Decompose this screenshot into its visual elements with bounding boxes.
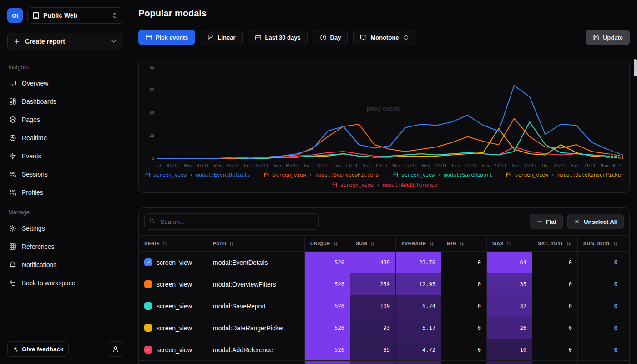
average-cell: 5.74 xyxy=(395,295,441,317)
column-header-serie[interactable]: SERIE xyxy=(139,235,207,252)
legend-item-modal-daterangerpicker[interactable]: screen_view›modal:DateRangerPicker xyxy=(506,172,624,178)
legend-item-modal-eventdetails[interactable]: screen_view›modal:EventDetails xyxy=(144,172,250,178)
y-tick-label: 0 xyxy=(152,156,154,161)
sidebar-item-sessions[interactable]: Sessions xyxy=(7,165,123,183)
search-input[interactable] xyxy=(144,213,319,230)
section-label-insights: Insights xyxy=(8,64,123,71)
serie-label: screen_view xyxy=(157,281,192,288)
column-header-average[interactable]: AVERAGE xyxy=(395,235,441,252)
sidebar-item-dashboards[interactable]: Dashboards xyxy=(7,92,123,111)
sidebar-item-pages[interactable]: Pages xyxy=(7,111,123,129)
sidebar-item-settings[interactable]: Settings xyxy=(7,219,123,238)
sidebar-item-back-to-workspace[interactable]: Back to workspace xyxy=(7,274,123,292)
legend-item-modal-addreference[interactable]: screen_view›modal:AddReference xyxy=(331,182,437,188)
path-cell: modal:EventDetails xyxy=(207,252,304,273)
partial-cell xyxy=(623,339,630,361)
x-axis: at, 01/11Mon, 03/11Wed, 05/11Fri, 07/11S… xyxy=(145,163,623,168)
legend-item-modal-overviewfilters[interactable]: screen_view›modal:OverviewFilters xyxy=(264,172,379,178)
sidebar-item-label: Overview xyxy=(22,80,48,87)
date-range-button[interactable]: Last 30 days xyxy=(248,30,308,45)
unselect-all-button[interactable]: Unselect All xyxy=(567,214,624,229)
legend-event: screen_view xyxy=(401,172,435,178)
sidebar-footer: Give feedback xyxy=(7,341,123,357)
column-header-min[interactable]: MIN xyxy=(441,235,486,252)
column-header-path[interactable]: PATH xyxy=(207,235,304,252)
sidebar-item-overview[interactable]: Overview xyxy=(7,74,123,92)
row-checkbox[interactable] xyxy=(144,324,152,332)
row-checkbox[interactable] xyxy=(144,302,152,310)
legend-event: screen_view xyxy=(273,172,306,178)
sidebar-item-events[interactable]: Events xyxy=(7,147,123,165)
path-cell: modal:AddReference xyxy=(207,339,304,361)
series-line-screen-view-modal-savereport xyxy=(607,156,623,157)
x-tick-label: Sun, 23/11 xyxy=(482,163,506,168)
sidebar-item-references[interactable]: References xyxy=(7,238,123,256)
activity-icon xyxy=(9,134,16,142)
column-label: SERIE xyxy=(144,241,160,246)
sidebar-item-profiles[interactable]: Profiles xyxy=(7,183,123,202)
sat-cell: 0 xyxy=(532,339,577,361)
app-window-icon xyxy=(145,34,152,41)
x-tick-label: Mon, 01/1 xyxy=(601,163,623,168)
chart-type-button[interactable]: Linear xyxy=(201,30,243,45)
sun-cell: 0 xyxy=(577,295,623,317)
serie-cell: screen_view xyxy=(139,273,207,295)
path-cell: modal:SaveReport xyxy=(207,295,304,317)
min-cell: 0 xyxy=(441,273,486,295)
partial-row-cell xyxy=(532,361,577,364)
sidebar-item-notifications[interactable]: Notifications xyxy=(7,256,123,274)
column-header-max[interactable]: MAX xyxy=(486,235,532,252)
max-cell: 32 xyxy=(486,295,532,317)
layers-icon xyxy=(9,116,16,123)
search-icon xyxy=(149,218,155,224)
column-header-sun-02-11[interactable]: SUN, 02/11 xyxy=(577,235,623,252)
app-window-icon xyxy=(506,172,512,178)
x-tick-label: Thu, 13/11 xyxy=(333,163,358,168)
sat-cell: 0 xyxy=(532,252,577,273)
interval-button[interactable]: Day xyxy=(313,30,348,45)
legend-path: modal:SaveReport xyxy=(444,172,492,178)
sidebar-item-label: Dashboards xyxy=(22,98,56,105)
path-label: modal:EventDetails xyxy=(213,259,268,266)
x-tick-label: Sun, 09/11 xyxy=(273,163,298,168)
column-header-unique[interactable]: UNIQUE xyxy=(304,235,350,252)
list-icon xyxy=(536,218,542,225)
min-cell: 0 xyxy=(441,295,486,317)
scrollbar-thumb[interactable] xyxy=(634,59,637,76)
series-line-screen-view-modal-eventdetails xyxy=(607,149,623,155)
legend-separator: › xyxy=(438,172,441,178)
row-checkbox[interactable] xyxy=(144,346,152,354)
give-feedback-button[interactable]: Give feedback xyxy=(7,341,69,357)
page-title: Popular modals xyxy=(138,8,630,19)
y-tick-label: 40 xyxy=(149,111,154,115)
sort-icon xyxy=(506,241,511,246)
x-tick-label: at, 01/11 xyxy=(157,163,179,168)
row-checkbox[interactable] xyxy=(144,258,152,266)
users-icon xyxy=(9,171,16,178)
bell-icon xyxy=(9,261,16,268)
sun-cell: 0 xyxy=(577,339,623,361)
line-style-select[interactable]: Monotone xyxy=(353,30,416,45)
section-label-manage: Manage xyxy=(8,209,123,216)
legend-item-modal-savereport[interactable]: screen_view›modal:SaveReport xyxy=(392,172,492,178)
row-checkbox[interactable] xyxy=(144,280,152,288)
sidebar-item-label: Events xyxy=(22,152,41,160)
flat-button[interactable]: Flat xyxy=(530,214,563,229)
partial-row-cell xyxy=(577,361,623,364)
table-panel: Flat Unselect All SERIEPATHUNIQUESUMAVER… xyxy=(138,207,630,364)
min-cell: 0 xyxy=(441,339,486,361)
sun-cell: 0 xyxy=(577,252,623,273)
workspace-selector[interactable]: Public Web xyxy=(27,7,123,24)
column-header-sat-01-11[interactable]: SAT, 01/11 xyxy=(532,235,577,252)
x-tick-label: Thu, 27/11 xyxy=(541,163,566,168)
partial-row-cell xyxy=(486,361,532,364)
building-icon xyxy=(32,12,40,19)
update-button[interactable]: Update xyxy=(586,30,630,45)
pick-events-button[interactable]: Pick events xyxy=(138,30,195,45)
create-report-button[interactable]: Create report xyxy=(7,33,123,50)
sidebar-item-label: Sessions xyxy=(22,171,48,178)
column-header-sum[interactable]: SUM xyxy=(350,235,395,252)
profile-button[interactable] xyxy=(108,341,123,357)
sidebar-item-realtime[interactable]: Realtime xyxy=(7,129,123,147)
app-logo[interactable]: OI xyxy=(7,8,23,23)
